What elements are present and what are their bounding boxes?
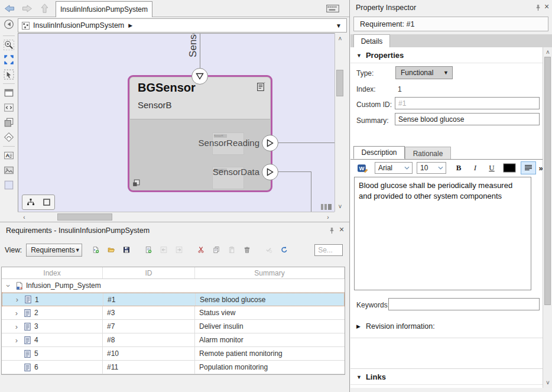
image-icon[interactable] <box>2 164 15 177</box>
output-port-sensorreading[interactable] <box>262 135 278 151</box>
open-in-word-icon[interactable]: W <box>355 161 369 174</box>
model-tab[interactable]: InsulinInfusionPumpSystem <box>56 1 152 17</box>
underline-button[interactable]: U <box>485 161 498 174</box>
vertical-scroll-thumb[interactable] <box>336 70 343 96</box>
output-port-sensordata[interactable] <box>262 164 278 180</box>
font-family-value: Arial <box>378 164 392 172</box>
column-header-summary[interactable]: Summary <box>195 267 345 278</box>
scroll-down-icon[interactable]: ˅ <box>335 202 345 210</box>
zoom-icon[interactable] <box>2 38 15 51</box>
signal-icon[interactable] <box>2 131 15 144</box>
input-wire[interactable] <box>200 34 200 69</box>
breadcrumb[interactable]: InsulinInfusionPumpSystem ▶ ▼ <box>18 18 347 33</box>
refresh-button[interactable] <box>277 242 292 258</box>
requirement-id: #11 <box>103 361 195 374</box>
description-editor[interactable]: Blood glucose shall be periodically meas… <box>354 177 531 290</box>
pane-layout-icon[interactable] <box>321 204 332 210</box>
new-requirement-set-button[interactable] <box>88 242 103 258</box>
custom-id-field[interactable] <box>395 97 540 109</box>
pin-icon[interactable] <box>329 226 335 235</box>
type-dropdown[interactable]: Functional ▼ <box>395 66 453 79</box>
bold-button[interactable]: B <box>452 161 465 174</box>
save-button[interactable] <box>119 242 134 258</box>
inspector-scrollbar[interactable]: ˄ ˅ <box>543 47 552 388</box>
view-dropdown[interactable]: Requirements ▼ <box>26 244 82 257</box>
tab-details[interactable]: Details <box>353 34 390 47</box>
search-input[interactable] <box>314 244 343 256</box>
block-title: BGSensor <box>138 81 196 95</box>
pin-icon[interactable] <box>535 4 541 12</box>
font-size-select[interactable]: 10 <box>417 162 446 174</box>
properties-section-header[interactable]: ▼ Properties <box>350 47 543 63</box>
links-section-header[interactable]: ▼ Links <box>350 368 543 385</box>
delete-button[interactable] <box>239 242 255 258</box>
keywords-field[interactable] <box>388 298 540 310</box>
table-row[interactable]: ›4#8Alarm monitor <box>2 333 345 347</box>
column-header-index[interactable]: Index <box>2 267 103 278</box>
sensordata-wire-vertical[interactable] <box>311 171 311 212</box>
chevron-collapsed-icon[interactable]: › <box>13 295 21 304</box>
table-row[interactable]: ›3#7Deliver insulin <box>2 320 345 333</box>
input-port[interactable] <box>191 68 208 85</box>
vertical-scroll-thumb[interactable] <box>544 57 551 305</box>
open-button[interactable] <box>103 242 119 258</box>
revision-information-expander[interactable]: ▶ Revision information: <box>356 322 435 331</box>
requirement-set-row[interactable]: › Infusion_Pump_System <box>2 279 345 293</box>
copy-button[interactable] <box>209 242 224 258</box>
viewport-icon[interactable] <box>2 86 15 99</box>
breadcrumb-item[interactable]: InsulinInfusionPumpSystem <box>33 21 124 30</box>
scroll-down-icon[interactable]: ˅ <box>543 379 552 387</box>
horizontal-scroll-thumb[interactable] <box>57 213 112 221</box>
column-header-id[interactable]: ID <box>103 267 195 278</box>
scroll-up-icon[interactable]: ˄ <box>335 34 345 43</box>
copy-view-icon[interactable] <box>2 116 15 129</box>
hide-explorer-bar-icon[interactable] <box>4 19 14 30</box>
requirement-summary: Sense blood glucose <box>196 293 344 306</box>
keyboard-shortcuts-icon[interactable] <box>326 5 339 12</box>
font-family-select[interactable]: Arial <box>375 162 413 174</box>
requirement-badge-icon[interactable] <box>256 82 265 92</box>
subsystem-contents-badge-icon[interactable] <box>132 179 141 187</box>
cut-button[interactable] <box>193 242 209 258</box>
code-icon[interactable] <box>2 101 15 114</box>
select-region-icon[interactable] <box>2 68 15 81</box>
type-label: Type: <box>356 69 374 77</box>
hierarchy-view-icon[interactable] <box>26 197 35 207</box>
table-header-row[interactable]: Index ID Summary <box>2 267 345 279</box>
sensorreading-wire[interactable] <box>278 142 335 143</box>
chevron-collapsed-icon[interactable]: › <box>12 336 21 345</box>
fit-view-icon[interactable] <box>2 53 15 66</box>
summary-field[interactable] <box>395 113 540 125</box>
italic-button[interactable]: I <box>469 161 482 174</box>
text-color-swatch[interactable] <box>502 161 517 174</box>
tab-rationale[interactable]: Rationale <box>405 147 451 160</box>
breadcrumb-dropdown-icon[interactable]: ▼ <box>336 22 342 29</box>
tab-description[interactable]: Description <box>353 146 405 159</box>
scroll-up-icon[interactable]: ˄ <box>543 48 552 56</box>
close-panel-icon[interactable]: × <box>544 2 549 11</box>
canvas-vertical-scrollbar[interactable]: ˄ ˅ <box>335 33 345 212</box>
table-row[interactable]: ›2#3Status view <box>2 306 345 320</box>
chevron-collapsed-icon[interactable]: › <box>12 322 21 331</box>
chevron-expanded-icon[interactable]: › <box>4 281 13 290</box>
area-icon[interactable] <box>2 179 15 192</box>
canvas-horizontal-scrollbar[interactable]: ‹ › <box>18 212 335 222</box>
add-requirement-button[interactable] <box>141 242 156 258</box>
table-row[interactable]: ›1#1Sense blood glucose <box>2 293 345 306</box>
sensordata-wire[interactable] <box>278 171 311 172</box>
up-to-parent-button[interactable] <box>37 3 51 14</box>
model-canvas[interactable]: Sensor BGSensor SensorB SensorR SensorD … <box>18 33 335 212</box>
requirement-icon <box>24 295 33 304</box>
diagram-view-icon[interactable] <box>42 197 51 207</box>
chevron-collapsed-icon[interactable]: › <box>12 309 21 318</box>
scroll-left-icon[interactable]: ‹ <box>20 213 28 221</box>
close-panel-icon[interactable]: × <box>339 225 344 234</box>
align-left-button[interactable] <box>521 161 536 174</box>
table-row[interactable]: 5#10Remote patient monitoring <box>2 347 345 361</box>
table-row[interactable]: 6#11Population monitoring <box>2 361 345 374</box>
annotation-icon[interactable]: A <box>2 149 15 162</box>
scroll-right-icon[interactable]: › <box>324 213 332 221</box>
forward-button[interactable] <box>20 3 34 14</box>
requirement-icon <box>23 349 32 358</box>
back-button[interactable] <box>2 3 17 14</box>
